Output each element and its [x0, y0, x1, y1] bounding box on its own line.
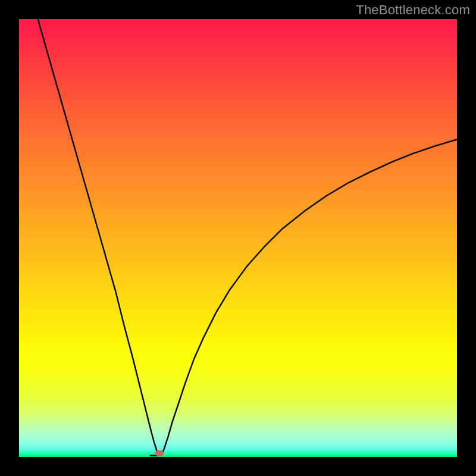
plot-area [19, 19, 457, 457]
watermark-text: TheBottleneck.com [356, 2, 470, 18]
bottleneck-curve-svg [19, 19, 457, 457]
bottleneck-curve-path [38, 19, 457, 456]
outer-frame: TheBottleneck.com [0, 0, 476, 476]
optimal-point-marker [155, 450, 164, 456]
